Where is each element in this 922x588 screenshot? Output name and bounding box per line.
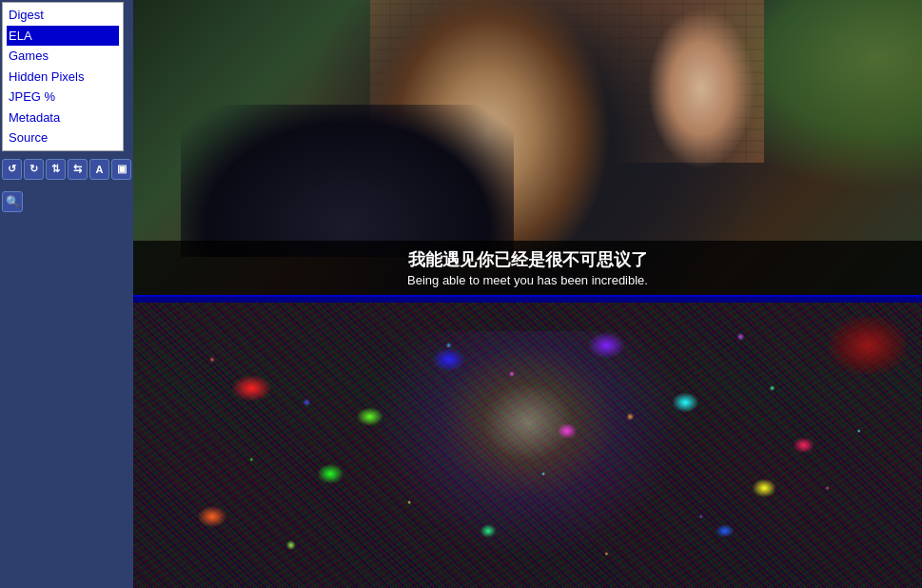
subtitle-bar: 我能遇见你已经是很不可思议了 Being able to meet you ha… xyxy=(133,241,922,295)
sidebar-item-games[interactable]: Games xyxy=(7,46,119,67)
separator-bar xyxy=(133,295,922,303)
subtitle-english: Being able to meet you has been incredib… xyxy=(141,273,914,287)
search-button[interactable]: 🔍 xyxy=(2,191,23,212)
flip-horizontal-button[interactable]: ⇆ xyxy=(68,159,88,180)
toolbar: ↺ ↻ ⇅ ⇆ A ▣ xyxy=(2,159,131,180)
sidebar-item-hidden-pixels[interactable]: Hidden Pixels xyxy=(7,67,119,88)
main-content: 我能遇见你已经是很不可思议了 Being able to meet you ha… xyxy=(133,0,922,588)
ela-panel xyxy=(133,303,922,588)
sidebar-item-metadata[interactable]: Metadata xyxy=(7,108,119,128)
sidebar-item-ela[interactable]: ELA xyxy=(7,26,119,47)
sidebar-item-source[interactable]: Source xyxy=(7,127,119,148)
rotate-ccw-button[interactable]: ↺ xyxy=(2,159,22,180)
annotate-button[interactable]: A xyxy=(89,159,109,180)
rotate-cw-button[interactable]: ↻ xyxy=(24,159,44,180)
subtitle-chinese: 我能遇见你已经是很不可思议了 xyxy=(141,248,914,271)
video-frame: 我能遇见你已经是很不可思议了 Being able to meet you ha… xyxy=(133,0,922,295)
jacket-layer xyxy=(181,105,514,257)
crop-button[interactable]: ▣ xyxy=(111,159,131,180)
sidebar-item-digest[interactable]: Digest xyxy=(7,5,119,26)
sidebar: Digest ELA Games Hidden Pixels JPEG % Me… xyxy=(0,0,133,588)
ela-speckles xyxy=(133,303,922,588)
flip-vertical-button[interactable]: ⇅ xyxy=(46,159,66,180)
sidebar-item-jpeg-percent[interactable]: JPEG % xyxy=(7,87,119,108)
menu-panel: Digest ELA Games Hidden Pixels JPEG % Me… xyxy=(2,2,124,151)
